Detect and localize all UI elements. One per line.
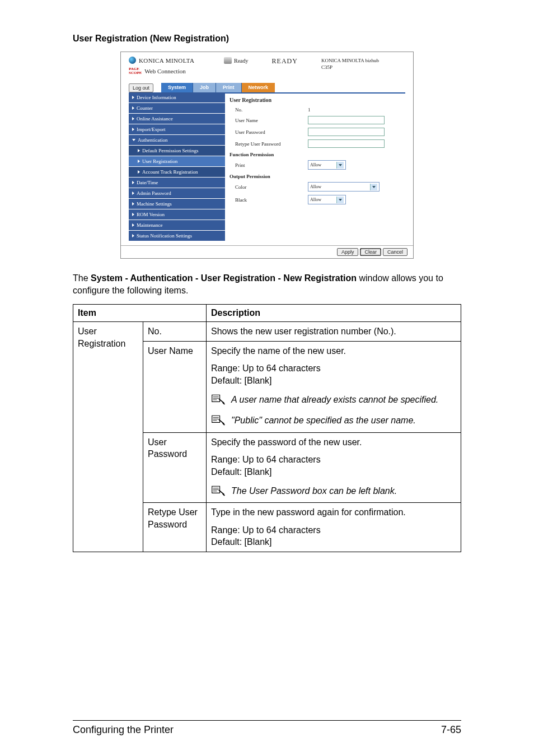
- desc-password: Specify the password of the new user. Ra…: [207, 432, 461, 502]
- triangle-right-icon: [132, 234, 134, 237]
- triangle-right-icon: [132, 202, 134, 206]
- sidebar-item-maint[interactable]: Maintenance: [129, 220, 225, 230]
- sidebar-item-auth[interactable]: Authentication: [129, 135, 225, 145]
- printer-icon: [224, 57, 232, 64]
- print-select[interactable]: Allow: [308, 160, 346, 170]
- label-no: No.: [229, 107, 308, 113]
- sidebar-item-import[interactable]: Import/Export: [129, 124, 225, 134]
- desc-username: Specify the name of the new user. Range:…: [207, 341, 461, 432]
- status-indicator: Ready: [224, 57, 249, 64]
- th-description: Description: [207, 305, 461, 322]
- desc-retype: Type in the new password again for confi…: [207, 503, 461, 552]
- desc-no: Shows the new user registration number (…: [207, 322, 461, 342]
- sidebar-item-machine[interactable]: Machine Settings: [129, 199, 225, 209]
- triangle-right-icon: [132, 181, 134, 184]
- brand-text: KONICA MINOLTA: [139, 57, 194, 64]
- triangle-down-icon: [132, 139, 135, 141]
- triangle-right-icon: [138, 149, 140, 152]
- triangle-right-icon: [132, 106, 134, 110]
- product-logo: PAGESCOPE Web Connection: [129, 67, 224, 75]
- sub-retype: Retype User Password: [143, 503, 207, 552]
- chevron-down-icon: [370, 184, 377, 190]
- tabs: System Job Print Network: [161, 83, 275, 92]
- sidebar-item-device[interactable]: Device Information: [129, 92, 225, 102]
- sidebar-item-online[interactable]: Online Assistance: [129, 114, 225, 124]
- description-paragraph: The System - Authentication - User Regis…: [73, 272, 461, 296]
- logout-button[interactable]: Log out: [129, 83, 153, 92]
- tab-print[interactable]: Print: [216, 83, 242, 92]
- spec-table: Item Description User Registration No. S…: [73, 304, 461, 552]
- note-icon: [211, 394, 226, 408]
- chevron-down-icon: [336, 162, 344, 169]
- status-text: Ready: [234, 58, 249, 64]
- black-select[interactable]: Allow: [308, 195, 346, 204]
- model-line1: KONICA MINOLTA bizhub: [321, 58, 405, 64]
- content-title: User Registration: [229, 97, 405, 103]
- brand-globe-icon: [129, 57, 136, 64]
- cancel-button[interactable]: Cancel: [383, 248, 407, 256]
- label-print: Print: [229, 162, 308, 168]
- triangle-right-icon: [132, 117, 134, 120]
- triangle-right-icon: [132, 96, 134, 99]
- sidebar-item-admin[interactable]: Admin Password: [129, 188, 225, 198]
- sidebar-item-date[interactable]: Date/Time: [129, 178, 225, 188]
- heading-output-permission: Output Permission: [229, 174, 405, 179]
- tab-system[interactable]: System: [161, 83, 193, 92]
- label-black: Black: [229, 197, 308, 203]
- note-icon: [211, 414, 226, 429]
- sidebar: Device Information Counter Online Assist…: [129, 92, 225, 241]
- tab-network[interactable]: Network: [242, 83, 275, 92]
- sub-no: No.: [143, 322, 207, 342]
- sidebar-item-status[interactable]: Status Notification Settings: [129, 231, 225, 241]
- apply-button[interactable]: Apply: [337, 248, 359, 256]
- label-username: User Name: [229, 118, 308, 123]
- heading-function-permission: Function Permission: [229, 152, 405, 157]
- clear-button[interactable]: Clear: [360, 248, 381, 256]
- brand-logo: KONICA MINOLTA: [129, 57, 224, 64]
- label-retype: Retype User Password: [229, 141, 308, 147]
- sub-username: User Name: [143, 341, 207, 432]
- pagescope-badge: PAGESCOPE: [129, 67, 142, 75]
- triangle-right-icon: [132, 223, 134, 227]
- label-color: Color: [229, 184, 308, 190]
- lead-cell: User Registration: [73, 322, 143, 552]
- chevron-down-icon: [336, 197, 344, 203]
- sidebar-item-counter[interactable]: Counter: [129, 103, 225, 113]
- sidebar-item-acct[interactable]: Account Track Registration: [129, 167, 225, 177]
- sidebar-item-rom[interactable]: ROM Version: [129, 209, 225, 220]
- footer-title: Configuring the Printer: [73, 724, 174, 736]
- color-select[interactable]: Allow: [308, 182, 380, 192]
- retype-field[interactable]: [308, 139, 385, 148]
- password-field[interactable]: [308, 128, 385, 136]
- status-title: READY: [272, 57, 298, 66]
- product-text: Web Connection: [144, 68, 185, 74]
- label-password: User Password: [229, 129, 308, 135]
- value-no: 1: [308, 107, 311, 113]
- triangle-right-icon: [138, 170, 140, 174]
- note-icon: [211, 485, 226, 500]
- footer-page: 7-65: [441, 724, 461, 736]
- triangle-right-icon: [132, 213, 134, 216]
- section-heading: User Registration (New Registration): [73, 34, 461, 44]
- triangle-right-icon: [132, 128, 134, 131]
- sub-password: User Password: [143, 432, 207, 502]
- tab-job[interactable]: Job: [193, 83, 216, 92]
- sidebar-item-userreg[interactable]: User Registration: [129, 156, 225, 166]
- screenshot-panel: KONICA MINOLTA PAGESCOPE Web Connection …: [120, 52, 414, 259]
- sidebar-item-defperm[interactable]: Default Permission Settings: [129, 146, 225, 156]
- th-item: Item: [73, 305, 207, 322]
- triangle-right-icon: [132, 192, 134, 195]
- triangle-right-icon: [138, 160, 140, 163]
- username-field[interactable]: [308, 116, 385, 124]
- model-line2: C35P: [321, 64, 405, 71]
